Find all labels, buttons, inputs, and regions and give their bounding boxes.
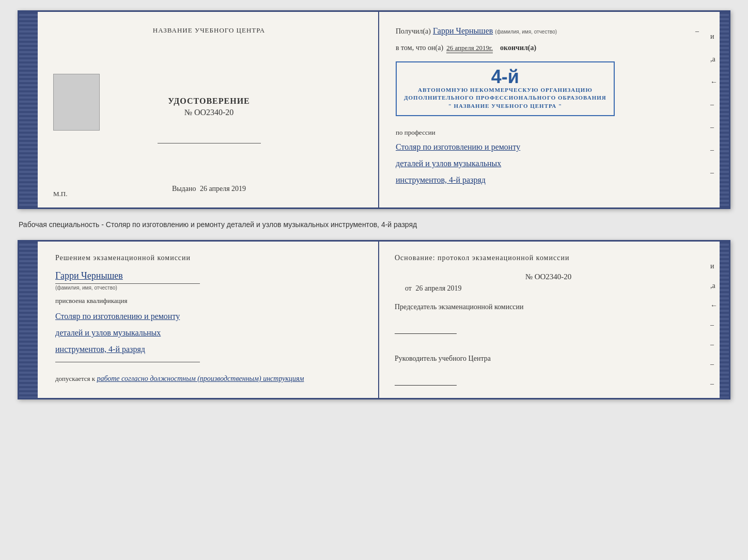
stamp-rank: 4-й (404, 68, 606, 86)
dopuskaetsya-label: допускается к (55, 375, 95, 382)
top-document-pair: НАЗВАНИЕ УЧЕБНОГО ЦЕНТРА УДОСТОВЕРЕНИЕ №… (18, 10, 730, 209)
right-dash-4: – (710, 169, 718, 177)
rukovoditel-block: Руководитель учебного Центра (395, 355, 702, 386)
profession-block: Столяр по изготовлению и ремонту деталей… (396, 139, 701, 188)
vydano-label: Выдано (172, 185, 196, 193)
po-professii-label: по профессии (396, 129, 701, 137)
vydano-line: Выдано 26 апреля 2019 (172, 185, 246, 193)
osnovanie-title: Основание: протокол экзаменационной коми… (395, 254, 702, 262)
bottom-fio-line: Гарри Чернышев (55, 270, 363, 281)
qualification-block: Столяр по изготовлению и ремонту деталей… (55, 308, 363, 358)
rukovoditel-signature-line (395, 375, 457, 386)
bottom-right-content: Основание: протокол экзаменационной коми… (395, 254, 702, 386)
fio-handwritten: Гарри Чернышев (433, 26, 493, 36)
stamp-line3: " НАЗВАНИЕ УЧЕБНОГО ЦЕНТРА " (404, 102, 606, 110)
bottom-left-content: Решением экзаменационной комиссии Гарри … (55, 254, 363, 383)
qual-underline (55, 362, 200, 362)
bottom-right-dash-2: – (710, 341, 718, 349)
ot-line: от 26 апреля 2019 (395, 284, 702, 293)
ot-date: 26 апреля 2019 (415, 284, 461, 292)
bottom-document-pair: Решением экзаменационной комиссии Гарри … (18, 240, 730, 399)
right-dash-1: – (710, 101, 718, 109)
dopuskaetsya-block: допускается к работе согласно должностны… (55, 375, 363, 383)
predsedatel-signature-line (395, 324, 457, 334)
stamp-box: 4-й АВТОНОМНУЮ НЕКОММЕРЧЕСКУЮ ОРГАНИЗАЦИ… (396, 61, 615, 116)
bottom-fio-handwritten: Гарри Чернышев (55, 270, 123, 281)
between-label: Рабочая специальность - Столяр по изгото… (18, 217, 730, 232)
num-value: № OO2340-20 (395, 273, 702, 281)
bottom-fio-sublabel: (фамилия, имя, отчество) (55, 285, 363, 291)
separator-line (158, 143, 261, 143)
stamp-line1: АВТОНОМНУЮ НЕКОММЕРЧЕСКУЮ ОРГАНИЗАЦИЮ (404, 86, 606, 94)
qual-line2: деталей и узлов музыкальных (55, 325, 363, 341)
udostoverenie-num: № OO2340-20 (168, 108, 250, 117)
dash1: – (695, 27, 701, 36)
right-dashes-bottom: и ,а ← – – – – (710, 262, 718, 388)
vtom-line: в том, что он(а) 26 апреля 2019г. окончи… (396, 44, 701, 53)
stamp-box-content: 4-й АВТОНОМНУЮ НЕКОММЕРЧЕСКУЮ ОРГАНИЗАЦИ… (404, 68, 606, 110)
doc-spine-bottom (19, 242, 28, 398)
okonchil-label: окончил(а) (500, 44, 536, 52)
between-label-text: Рабочая специальность - Столяр по изгото… (19, 220, 417, 229)
doc-spine-left (19, 12, 28, 207)
right-dash-а: ,а (710, 55, 718, 63)
prisvoena-label: присвоена квалификация (55, 297, 363, 305)
predsedatel-title: Председатель экзаменационной комиссии (395, 303, 702, 311)
bottom-right-dash-и: и (710, 262, 718, 270)
qual-line1: Столяр по изготовлению и ремонту (55, 308, 363, 325)
top-left-title: НАЗВАНИЕ УЧЕБНОГО ЦЕНТРА (153, 26, 265, 35)
udostoverenie-title: УДОСТОВЕРЕНИЕ (168, 97, 250, 106)
poluchil-label: Получил(а) (396, 27, 431, 36)
udostoverenie-block: УДОСТОВЕРЕНИЕ № OO2340-20 (168, 97, 250, 117)
fio-underline (55, 283, 200, 284)
bottom-right-dash-lt: ← (710, 301, 718, 310)
right-dash-2: – (710, 123, 718, 132)
top-right-content: Получил(а) Гарри Чернышев (фамилия, имя,… (396, 26, 701, 188)
bottom-right-dash-1: – (710, 321, 718, 329)
resheniem-title: Решением экзаменационной комиссии (55, 254, 363, 262)
rukovoditel-title: Руководитель учебного Центра (395, 355, 702, 363)
ot-label: от (405, 284, 412, 292)
bottom-right-dash-4: – (710, 380, 718, 388)
bottom-right-dash-3: – (710, 360, 718, 369)
bottom-right-page: Основание: протокол экзаменационной коми… (379, 242, 729, 398)
bottom-right-dash-а: ,а (710, 282, 718, 290)
profession-line1: Столяр по изготовлению и ремонту (396, 139, 701, 155)
right-dash-и: и (710, 33, 718, 41)
vtom-date: 26 апреля 2019г. (446, 44, 493, 53)
dopusk-value: работе согласно должностным (производств… (97, 375, 304, 382)
profession-line3: инструментов, 4-й разряд (396, 172, 701, 188)
top-left-page: НАЗВАНИЕ УЧЕБНОГО ЦЕНТРА УДОСТОВЕРЕНИЕ №… (28, 12, 379, 207)
top-right-page: Получил(а) Гарри Чернышев (фамилия, имя,… (379, 12, 729, 207)
vydano-date: 26 апреля 2019 (200, 185, 246, 193)
bottom-left-page: Решением экзаменационной комиссии Гарри … (28, 242, 379, 398)
qual-line3: инструментов, 4-й разряд (55, 341, 363, 358)
right-dash-3: – (710, 146, 718, 154)
right-dashes-top: и ,а ← – – – – (710, 33, 718, 177)
vtom-label: в том, что он(а) (396, 44, 443, 52)
profession-line2: деталей и узлов музыкальных (396, 155, 701, 172)
mp-line: М.П. (53, 190, 67, 198)
right-dash-lt: ← (710, 78, 718, 86)
poluchil-line: Получил(а) Гарри Чернышев (фамилия, имя,… (396, 26, 701, 36)
stamp-line2: ДОПОЛНИТЕЛЬНОГО ПРОФЕССИОНАЛЬНОГО ОБРАЗО… (404, 94, 606, 102)
photo-placeholder (53, 74, 100, 131)
fio-sublabel: (фамилия, имя, отчество) (495, 29, 557, 35)
predsedatel-block: Председатель экзаменационной комиссии (395, 303, 702, 334)
top-left-content: НАЗВАНИЕ УЧЕБНОГО ЦЕНТРА УДОСТОВЕРЕНИЕ №… (56, 26, 362, 193)
